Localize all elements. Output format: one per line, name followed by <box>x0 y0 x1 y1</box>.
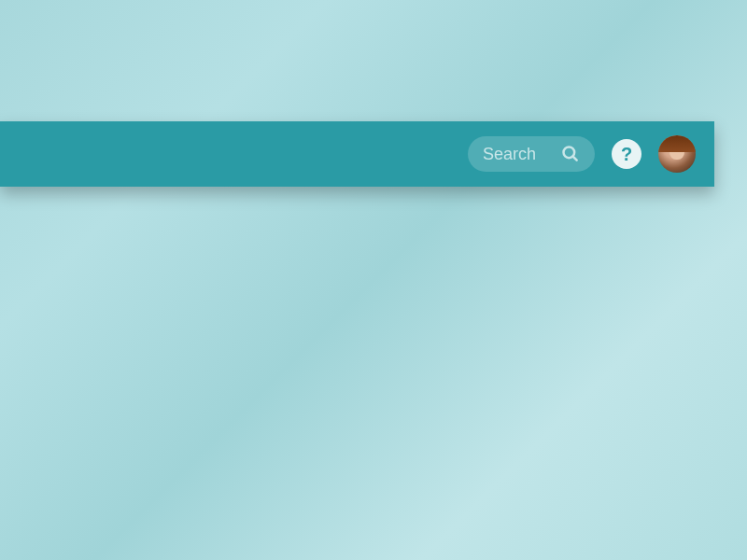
help-button[interactable]: ? <box>612 139 641 169</box>
search-input[interactable] <box>483 145 548 164</box>
svg-line-1 <box>573 157 577 161</box>
top-toolbar: ? <box>0 121 714 187</box>
search-container[interactable] <box>468 136 595 172</box>
user-avatar[interactable] <box>658 135 696 173</box>
search-icon[interactable] <box>561 145 580 163</box>
help-icon: ? <box>621 144 632 165</box>
